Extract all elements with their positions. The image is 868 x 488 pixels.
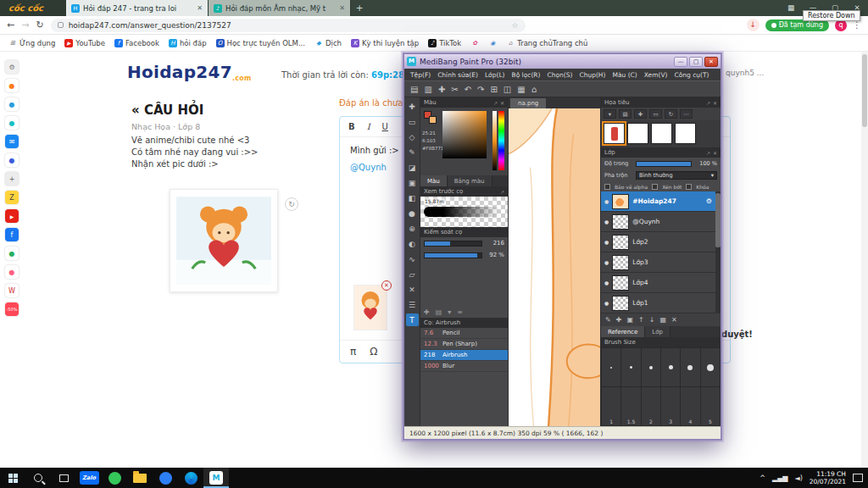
- reload-button[interactable]: ↻: [36, 19, 43, 30]
- zalo-icon[interactable]: Z: [5, 191, 19, 204]
- settings-gear-icon[interactable]: ⚙: [5, 60, 19, 74]
- visibility-eye-icon[interactable]: ●: [604, 239, 609, 245]
- sale-badge-icon[interactable]: -50%: [5, 302, 19, 316]
- brush-size-cell[interactable]: [602, 348, 620, 386]
- layer-row-lop1[interactable]: ●Lớp1: [601, 293, 715, 313]
- image-refresh-icon[interactable]: ↻: [285, 197, 298, 211]
- add-icon[interactable]: ✚: [438, 85, 445, 94]
- brush-size-cell[interactable]: [661, 348, 680, 386]
- materials-add-icon[interactable]: ✚: [634, 109, 647, 119]
- lock-checkbox[interactable]: [686, 184, 692, 190]
- close-button[interactable]: ✕: [704, 57, 718, 67]
- task-view-button[interactable]: [51, 468, 76, 488]
- tab-layer[interactable]: Lớp: [645, 326, 670, 337]
- editor-mention-link[interactable]: @Quynh: [350, 163, 387, 172]
- bookmark-youtube[interactable]: ▶YouTube: [64, 39, 105, 47]
- lasso-tool-icon[interactable]: ◇: [406, 130, 419, 143]
- brush-size-cell[interactable]: [621, 348, 640, 386]
- ext-w-icon[interactable]: W: [5, 284, 19, 297]
- site-info-icon[interactable]: [58, 22, 64, 28]
- remove-attachment-icon[interactable]: ✕: [381, 280, 392, 291]
- move-layer-down-icon[interactable]: ↓: [649, 316, 655, 324]
- materials-frame-icon[interactable]: ▭: [649, 109, 662, 119]
- taskbar-medibang[interactable]: M: [203, 468, 229, 488]
- scrollbar-thumb[interactable]: [715, 193, 721, 247]
- bookmark-star-icon[interactable]: ☆: [512, 21, 519, 30]
- select-tool-icon[interactable]: ▭: [406, 115, 419, 128]
- ext-blue-icon[interactable]: ●: [5, 97, 19, 111]
- brush-size-cell[interactable]: [701, 348, 720, 386]
- gradient-tool-icon[interactable]: ◧: [406, 191, 419, 204]
- ext-green-icon[interactable]: ●: [5, 247, 19, 260]
- youtube-icon[interactable]: ▶: [5, 209, 19, 223]
- scrollbar-thumb[interactable]: [862, 54, 867, 127]
- bookmark-olm[interactable]: OHọc trực tuyến OLM...: [216, 39, 306, 47]
- dodge-tool-icon[interactable]: ◐: [406, 237, 419, 250]
- clipping-checkbox[interactable]: [652, 184, 658, 190]
- blur-tool-icon[interactable]: ∿: [406, 252, 419, 265]
- materials-refresh-icon[interactable]: ↻: [665, 109, 677, 119]
- tab-hoidap247[interactable]: H Hỏi đáp 247 - trang tra loi ✕: [66, 0, 209, 16]
- tab-close-icon[interactable]: ✕: [197, 4, 203, 12]
- dropdown-icon[interactable]: ▾: [448, 308, 451, 316]
- submit-text-partial[interactable]: duyệt!: [721, 330, 753, 339]
- browser-menu-icon[interactable]: ⋮: [853, 20, 861, 30]
- open-file-icon[interactable]: ▥: [424, 85, 431, 94]
- bookmark-facebook[interactable]: fFacebook: [114, 39, 159, 47]
- brush-size-cell[interactable]: [681, 348, 699, 386]
- brush-size-cell-1-5[interactable]: 1.5: [621, 387, 640, 425]
- close-icon[interactable]: ✕: [713, 150, 717, 156]
- undo-icon[interactable]: ↶: [465, 85, 471, 94]
- layer-row-quynh[interactable]: ●@Quynh: [601, 212, 715, 232]
- ext-teal-icon[interactable]: ●: [5, 116, 19, 130]
- medibang-titlebar[interactable]: M MediBang Paint Pro (32bit) — ▢ ✕: [404, 54, 721, 69]
- apps-grid-icon[interactable]: ▦: [780, 0, 802, 16]
- popout-icon[interactable]: ↗: [500, 189, 504, 195]
- network-icon[interactable]: ▂▄▆: [772, 474, 787, 482]
- material-thumb[interactable]: [651, 123, 672, 144]
- taskbar-browser-blue[interactable]: [153, 468, 178, 488]
- brush-list-icon[interactable]: ▤: [436, 308, 442, 316]
- taskbar-file-explorer[interactable]: [127, 468, 153, 488]
- tab-color[interactable]: Màu: [420, 175, 448, 186]
- page-scrollbar[interactable]: [861, 52, 868, 468]
- brush-size-cell-3[interactable]: 3: [661, 387, 680, 425]
- bold-button[interactable]: B: [348, 122, 355, 131]
- menu-layer[interactable]: Lớp(L): [485, 71, 505, 79]
- deselect-tool-icon[interactable]: ✕: [406, 283, 419, 296]
- merge-layer-icon[interactable]: ▦: [659, 316, 666, 324]
- layer-row-lop3[interactable]: ●Lớp3: [601, 252, 715, 273]
- restore-button[interactable]: ▢: [689, 57, 703, 67]
- menu-edit[interactable]: Chỉnh sửa(E): [437, 71, 478, 79]
- ext-orange-icon[interactable]: ●: [5, 79, 19, 92]
- popout-icon[interactable]: ↗: [493, 100, 498, 106]
- start-button[interactable]: [0, 468, 25, 488]
- brush-opacity-slider[interactable]: [424, 252, 482, 258]
- materials-more-icon[interactable]: ⋯: [680, 109, 693, 119]
- primary-color-swatch[interactable]: [429, 116, 437, 124]
- taskbar-coccoc[interactable]: [178, 468, 203, 488]
- menu-filter[interactable]: Bộ lọc(R): [512, 71, 541, 79]
- materials-dropdown-icon[interactable]: ▾: [604, 109, 616, 119]
- layer-row-hoidap247[interactable]: ●#Hoidap247⚙: [601, 191, 715, 212]
- layer-row-lop2[interactable]: ●Lớp2: [601, 232, 715, 252]
- question-image[interactable]: [170, 189, 278, 292]
- close-icon[interactable]: ✕: [500, 100, 504, 106]
- brush-size-cell-5[interactable]: 5: [701, 387, 720, 425]
- shape-tool-icon[interactable]: ▱: [406, 268, 419, 280]
- duplicate-layer-icon[interactable]: ▣: [626, 316, 633, 324]
- text-tool-icon[interactable]: T: [406, 313, 419, 326]
- protect-alpha-checkbox[interactable]: [604, 184, 610, 190]
- minimize-button[interactable]: —: [674, 57, 687, 67]
- saturation-square[interactable]: [442, 111, 487, 158]
- close-icon[interactable]: ✕: [713, 100, 717, 106]
- opacity-slider[interactable]: [636, 161, 692, 167]
- document-tab[interactable]: na.png: [510, 98, 546, 108]
- messenger-icon[interactable]: ✉: [5, 135, 19, 148]
- tab-palette[interactable]: Bảng màu: [448, 175, 492, 186]
- layer-list-scrollbar[interactable]: [715, 191, 721, 313]
- hue-slider[interactable]: [498, 111, 504, 170]
- pi-symbol-button[interactable]: π: [350, 346, 356, 358]
- tab-close-icon[interactable]: ✕: [339, 4, 345, 12]
- bookmark-trangchu[interactable]: ⌂Trang chủTrang chủ: [506, 39, 587, 47]
